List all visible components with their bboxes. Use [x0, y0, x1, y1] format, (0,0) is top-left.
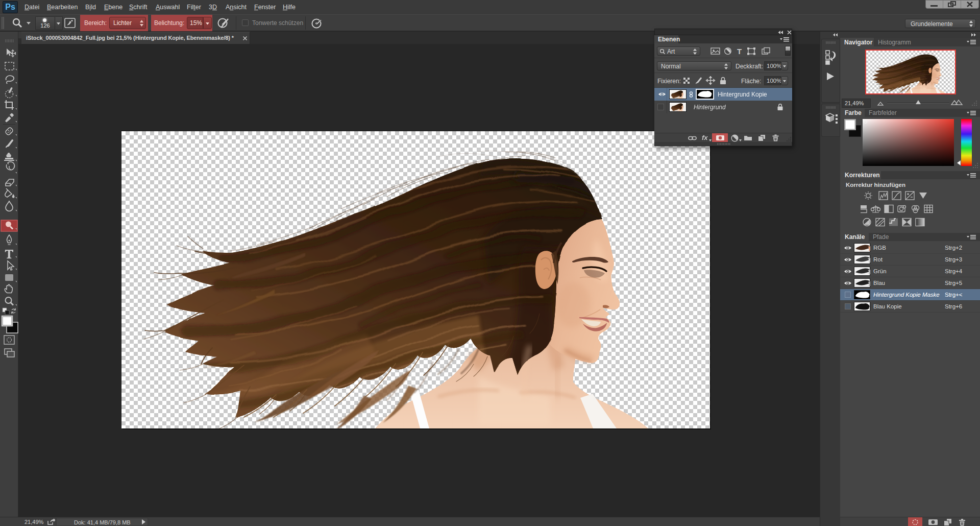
svg-text:T: T	[737, 47, 742, 55]
